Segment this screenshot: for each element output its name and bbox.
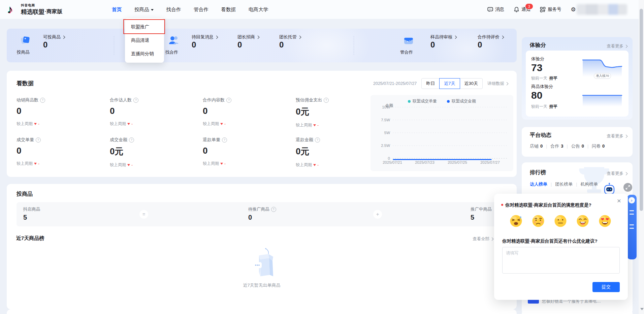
experience-more-link[interactable]: 查看更多 [607,43,627,49]
metric-block: 成交单量? 0 较上周期- [17,137,41,166]
emoji-neutral-icon[interactable] [554,215,567,227]
metric-value: 0 [203,106,231,116]
y-tick: 7.5W [375,118,390,122]
tiktok-note-icon: ♪ ♪ ♪ [6,3,18,16]
tab-yesterday[interactable]: 昨日 [421,78,440,89]
counter-label: 公告 [571,144,580,149]
people-icon [168,34,180,46]
promote-stats-bar: 抖店商品 5 = 待推广商品? 0 + 推广中商品 5 [17,202,507,226]
caret-down-icon [151,9,154,11]
nav-item-data[interactable]: 看数据 [221,6,236,13]
satisfaction-survey-popup: × 你对精选联盟-商家后台首页的满意程度是? [494,194,628,300]
stat-label: 抖店商品 [23,207,40,212]
messages-button[interactable]: 消息 [487,6,504,12]
x-tick: 2025/07/21 [383,160,402,164]
score-compare: 较前一天持平 [531,75,557,81]
chart-plot-area [391,105,509,162]
counter-announcement[interactable]: 公告0 [571,143,584,149]
platform-counters: 店铺0 | 合作3 | 公告0 | 问卷0 [530,143,605,149]
nav-item-academy[interactable]: 电商大学 [249,6,268,13]
dropdown-item-alliance-promo[interactable]: 联盟推广 [125,20,164,34]
nav-item-find-coop[interactable]: 找合作 [166,6,181,13]
banner-stat-promotable[interactable]: 可投商品 0 [43,34,65,50]
metric-value: 0元 [296,106,329,118]
banner-stat-leader-hosting[interactable]: 团长托管 0 [279,34,301,50]
survey-question-2: 你对精选联盟-商家后台首页还有什么优化建议? [502,238,623,244]
chevron-right-icon [490,238,494,241]
legend-item-amount: 联盟成交金额 [447,98,476,104]
banner-stat-leader-recruit[interactable]: 团长招商 0 [237,34,259,50]
scroll-down-arrow-icon[interactable] [640,308,644,310]
emoji-very-satisfied-icon[interactable] [599,215,611,227]
counter-shop[interactable]: 店铺0 [530,143,543,149]
chevron-right-icon [454,35,457,39]
metric-block: 成交金额? 0元 较上周期- [110,137,134,168]
triangle-down-icon [220,163,223,165]
stat-value: 0 [430,40,456,50]
tab-label: 近30天 [464,81,478,87]
data-header-controls: 2025/07/21-2025/07/27 昨日 近7天 近30天 详细数据 [373,78,508,89]
message-icon [487,7,493,12]
product-score-value: 80 [531,90,542,101]
stat-value: 0 [279,40,301,50]
delta-value: - [317,123,319,128]
counter-survey[interactable]: 问卷0 [592,143,605,149]
counter-coop[interactable]: 合作3 [550,143,563,149]
product-score-sparkline [582,94,622,108]
banner-stat-pending-replies[interactable]: 待回复消息 0 [192,34,218,50]
tab-label: 昨日 [426,81,435,87]
platform-more-link[interactable]: 查看更多 [607,133,627,139]
nav-label: 找合作 [166,6,181,13]
nav-label: 首页 [112,6,122,13]
metric-block: 退款金额? 0元 较上周期- [296,137,320,168]
survey-question-1: 你对精选联盟-商家后台首页的满意程度是? [501,202,619,208]
tab-leader-ranking[interactable]: 团长榜单 [555,181,573,187]
nav-item-manage-coop[interactable]: 管合作 [194,6,208,13]
tab-last30days[interactable]: 近30天 [460,78,483,89]
legend-label: 联盟成交金额 [452,98,476,104]
brand-small-text: 抖音电商 [21,3,62,8]
detail-data-link[interactable]: 详细数据 [487,81,508,87]
side-panel-tab[interactable]: › [627,195,637,259]
ranking-title: 近7天商品榜 [16,235,44,242]
messages-label: 消息 [495,6,504,12]
brand-main-text: 精选联盟 [21,8,44,16]
promote-section-title: 投商品 [17,191,33,198]
compare-label: 较前一天 [531,76,547,81]
tab-creator-ranking[interactable]: 达人榜单 [530,181,547,187]
y-tick: 2.5W [375,144,390,148]
nav-item-promote[interactable]: 投商品 [134,6,154,13]
info-icon: ? [271,207,276,212]
brand-logo[interactable]: ♪ ♪ ♪ 抖音电商 精选联盟 ·商家版 [6,3,62,16]
chevron-right-icon [62,35,65,39]
submit-button[interactable]: 提交 [592,282,620,292]
product-score-compare: 较前一天持平 [531,104,557,109]
tab-label: 达人榜单 [530,182,547,187]
tab-last7days[interactable]: 近7天 [439,78,460,89]
suggestion-textarea[interactable] [502,247,620,274]
banner-stat-sample-review[interactable]: 样品待审核 0 [430,34,456,50]
briefcase-icon [402,34,415,46]
notifications-button[interactable]: 通知 3 [514,6,530,12]
service-account-button[interactable]: 服务号 [540,6,561,12]
tool-list-item[interactable]: 服务三方商家应用 [522,310,633,314]
page-scrollbar-thumb[interactable] [640,9,643,211]
ranking-more-link[interactable]: 查看更多 [607,171,627,177]
emoji-satisfied-icon[interactable] [576,215,589,227]
collapse-widget-button[interactable] [623,183,632,192]
user-account-area[interactable] [577,4,627,15]
delta-value: - [38,161,39,166]
dropdown-item-product-removal[interactable]: 商品清退 [125,34,164,47]
banner-stat-coop-evaluate[interactable]: 合作待评价 0 [478,34,504,50]
tab-text-mark [630,214,634,215]
metric-block: 合作内容数? 0 较上周期- [203,97,231,127]
emoji-very-dissatisfied-icon[interactable] [510,215,522,227]
dropdown-item-livestream-distribution[interactable]: 直播间分销 [125,47,164,61]
nav-item-home[interactable]: 首页 [112,6,122,13]
emoji-dissatisfied-icon[interactable] [532,215,545,227]
stat-pending-promo: 待推广商品? 0 [248,207,276,221]
tab-agency-ranking[interactable]: 机构榜单 [580,181,598,187]
info-icon: ? [226,98,231,103]
metric-label: 退款单量 [203,137,220,143]
view-all-link[interactable]: 查看全部 [473,236,493,242]
